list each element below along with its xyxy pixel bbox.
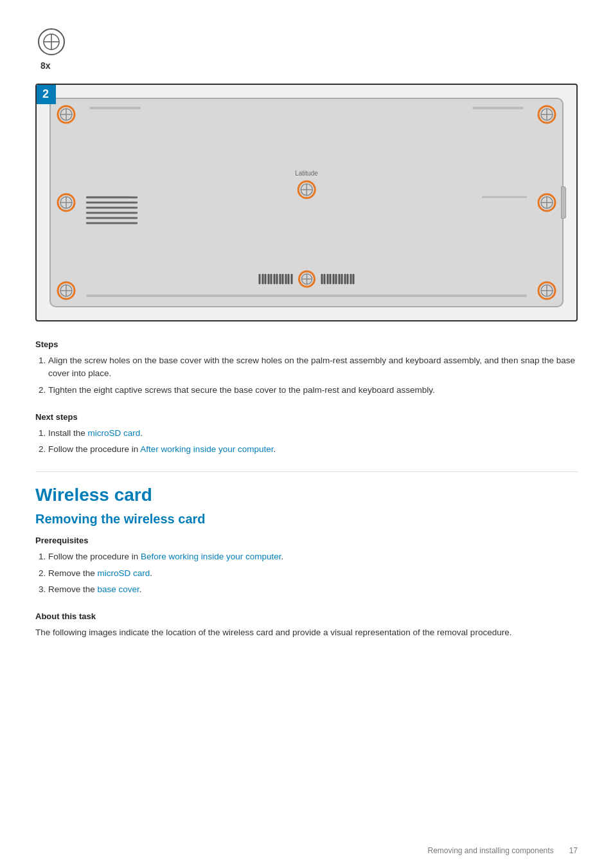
microsd-link[interactable]: microSD card	[88, 428, 141, 438]
corner-screw-mid-right	[537, 192, 557, 213]
about-task-heading: About this task	[35, 611, 578, 621]
next-step-item-2: Follow the procedure in After working in…	[48, 443, 578, 456]
bottom-bar	[86, 294, 527, 297]
step-number-badge: 2	[35, 84, 56, 104]
top-bar-left	[89, 107, 141, 109]
page-content: 8x 2	[0, 0, 613, 693]
corner-screw-bottom-left	[56, 280, 76, 301]
laptop-diagram: 2	[35, 84, 578, 321]
steps-section: Steps Align the screw holes on the base …	[35, 339, 578, 397]
prereq-item-3: Remove the base cover.	[48, 583, 578, 596]
page-footer: Removing and installing components 17	[428, 846, 578, 855]
top-bar-right	[472, 107, 524, 109]
bottom-vent-left	[259, 274, 293, 284]
corner-screw-bottom-right	[537, 280, 557, 301]
vent-line-2	[86, 201, 138, 203]
about-task-section: About this task The following images ind…	[35, 611, 578, 639]
left-vent-group	[86, 196, 138, 227]
laptop-logo-area: Latitude	[295, 170, 318, 202]
prerequisites-section: Prerequisites Follow the procedure in Be…	[35, 536, 578, 596]
next-steps-heading: Next steps	[35, 412, 578, 422]
bottom-vent-area	[259, 270, 355, 288]
next-step-item-1: Install the microSD card.	[48, 427, 578, 440]
footer-section-label: Removing and installing components	[428, 846, 554, 855]
screw-multiplier-label: 8x	[40, 60, 51, 71]
next-steps-section: Next steps Install the microSD card. Fol…	[35, 412, 578, 457]
bottom-vent-right	[321, 274, 355, 284]
base-cover-link[interactable]: base cover	[98, 584, 139, 594]
prerequisites-heading: Prerequisites	[35, 536, 578, 545]
vent-line-5	[86, 217, 138, 219]
prereq-item-1: Follow the procedure in Before working i…	[48, 550, 578, 563]
vent-line-3	[86, 206, 138, 208]
prereq-item-2: Remove the microSD card.	[48, 567, 578, 580]
prerequisites-list: Follow the procedure in Before working i…	[35, 550, 578, 596]
vent-line-6	[86, 222, 138, 224]
middle-bar-right	[482, 196, 527, 198]
microsd-prereq-link[interactable]: microSD card	[98, 568, 150, 578]
right-port	[561, 186, 566, 219]
vent-line-1	[86, 196, 138, 198]
laptop-logo-text: Latitude	[295, 170, 318, 177]
corner-screw-top-right	[537, 104, 557, 125]
footer-page-number: 17	[569, 846, 578, 855]
corner-screw-top-left	[56, 104, 76, 125]
after-working-link[interactable]: After working inside your computer	[140, 444, 273, 454]
screw-section: 8x	[35, 26, 578, 71]
removing-wireless-card-title: Removing the wireless card	[35, 512, 578, 527]
steps-list: Align the screw holes on the base cover …	[35, 354, 578, 397]
corner-screw-mid-left	[56, 192, 76, 213]
about-task-text: The following images indicate the locati…	[35, 626, 578, 639]
steps-heading: Steps	[35, 339, 578, 349]
step-item-2: Tighten the eight captive screws that se…	[48, 384, 578, 397]
laptop-body: Latitude	[49, 98, 564, 307]
vent-line-4	[86, 212, 138, 213]
step-item-1: Align the screw holes on the base cover …	[48, 354, 578, 381]
wireless-card-title: Wireless card	[35, 471, 578, 505]
center-screw-icon	[296, 179, 317, 200]
screw-icon	[35, 26, 67, 58]
before-working-link[interactable]: Before working inside your computer	[141, 552, 281, 561]
next-steps-list: Install the microSD card. Follow the pro…	[35, 427, 578, 457]
bottom-center-screw-icon	[298, 270, 315, 288]
